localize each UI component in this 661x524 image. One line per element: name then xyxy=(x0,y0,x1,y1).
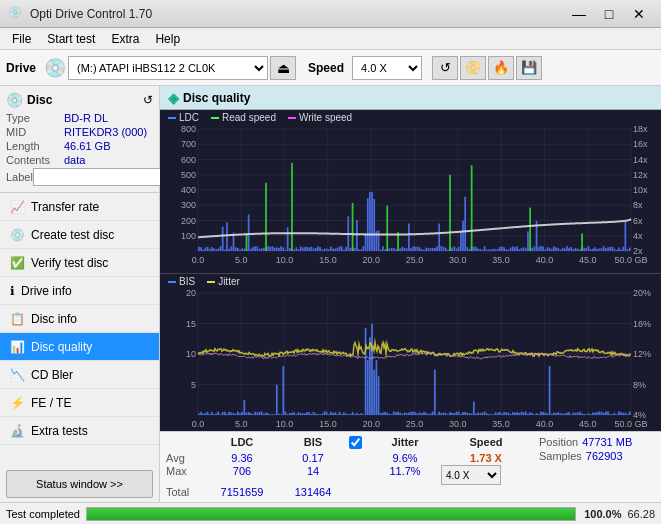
sidebar-item-cd-bler[interactable]: 📉 CD Bler xyxy=(0,361,159,389)
status-text: Test completed xyxy=(6,508,80,520)
stats-avg-bis: 0.17 xyxy=(278,452,348,464)
disc-length-label: Length xyxy=(6,140,64,152)
bis-legend-label: BIS xyxy=(179,276,195,287)
charts-area: LDC Read speed Write speed BIS Jitter xyxy=(160,110,661,431)
app-icon: 💿 xyxy=(8,6,24,22)
sidebar: 💿 Disc ↺ Type BD-R DL MID RITEKDR3 (000)… xyxy=(0,86,160,502)
window-controls: — □ ✕ xyxy=(565,4,653,24)
disc-refresh-button[interactable]: ↺ xyxy=(143,93,153,107)
statusbar: Test completed 100.0% 66.28 xyxy=(0,502,661,524)
progress-fill xyxy=(87,508,575,520)
status-gb: 66.28 xyxy=(627,508,655,520)
stats-avg-empty xyxy=(349,452,369,464)
disc-quality-icon: 📊 xyxy=(10,340,25,354)
disc-type-label: Type xyxy=(6,112,64,124)
save-button[interactable]: 💾 xyxy=(516,56,542,80)
create-test-disc-label: Create test disc xyxy=(31,228,114,242)
drive-info-label: Drive info xyxy=(21,284,72,298)
chart1-container: LDC Read speed Write speed xyxy=(160,110,661,274)
disc-label-input[interactable] xyxy=(33,168,166,186)
panel-header: ◈ Disc quality xyxy=(160,86,661,110)
stats-bis-header: BIS xyxy=(278,436,348,451)
disc-mid-label: MID xyxy=(6,126,64,138)
disc-panel: 💿 Disc ↺ Type BD-R DL MID RITEKDR3 (000)… xyxy=(0,86,159,193)
chart1-canvas xyxy=(160,125,661,273)
close-button[interactable]: ✕ xyxy=(625,4,653,24)
chart1-legend: LDC Read speed Write speed xyxy=(160,110,661,125)
panel-header-icon: ◈ xyxy=(168,90,179,106)
disc-label-key: Label xyxy=(6,171,33,183)
stats-speed-select-container: 4.0 X xyxy=(441,465,531,485)
disc-mid-value: RITEKDR3 (000) xyxy=(64,126,147,138)
position-samples-panel: Position 47731 MB Samples 762903 xyxy=(539,436,661,462)
minimize-button[interactable]: — xyxy=(565,4,593,24)
sidebar-item-verify-test-disc[interactable]: ✅ Verify test disc xyxy=(0,249,159,277)
menu-extra[interactable]: Extra xyxy=(103,30,147,48)
position-row: Position 47731 MB xyxy=(539,436,661,448)
disc-type-row: Type BD-R DL xyxy=(6,112,153,124)
stats-max-empty xyxy=(349,465,369,485)
create-test-disc-icon: 💿 xyxy=(10,228,25,242)
stats-check-col xyxy=(349,436,369,451)
stats-max-label: Max xyxy=(166,465,206,485)
stats-avg-label: Avg xyxy=(166,452,206,464)
media-button[interactable]: 📀 xyxy=(460,56,486,80)
stats-max-bis: 14 xyxy=(278,465,348,485)
disc-quality-label: Disc quality xyxy=(31,340,92,354)
stats-total-label: Total xyxy=(166,486,206,498)
eject-button[interactable]: ⏏ xyxy=(270,56,296,80)
menu-starttest[interactable]: Start test xyxy=(39,30,103,48)
burn-button[interactable]: 🔥 xyxy=(488,56,514,80)
speed-label: Speed xyxy=(308,61,344,75)
drive-info-icon: ℹ xyxy=(10,284,15,298)
ldc-legend-dot xyxy=(168,117,176,119)
jitter-checkbox[interactable] xyxy=(349,436,362,449)
chart2-container: BIS Jitter xyxy=(160,274,661,431)
stats-table: LDC BIS Jitter Speed Avg 9.36 0.17 9.6% … xyxy=(166,436,531,498)
stats-avg-jitter: 9.6% xyxy=(370,452,440,464)
position-label: Position xyxy=(539,436,578,448)
stats-jitter-header: Jitter xyxy=(370,436,440,451)
disc-panel-title: Disc xyxy=(27,93,52,107)
stats-total-jitter-empty xyxy=(370,486,440,498)
fe-te-label: FE / TE xyxy=(31,396,71,410)
sidebar-item-extra-tests[interactable]: 🔬 Extra tests xyxy=(0,417,159,445)
disc-contents-label: Contents xyxy=(6,154,64,166)
toolbar: Drive 💿 (M:) ATAPI iHBS112 2 CL0K ⏏ Spee… xyxy=(0,50,661,86)
maximize-button[interactable]: □ xyxy=(595,4,623,24)
sidebar-item-fe-te[interactable]: ⚡ FE / TE xyxy=(0,389,159,417)
sidebar-item-disc-info[interactable]: 📋 Disc info xyxy=(0,305,159,333)
content-area: ◈ Disc quality LDC Read speed Write spee… xyxy=(160,86,661,502)
disc-contents-value: data xyxy=(64,154,85,166)
progress-bar xyxy=(86,507,576,521)
stats-max-ldc: 706 xyxy=(207,465,277,485)
transfer-rate-icon: 📈 xyxy=(10,200,25,214)
drive-select[interactable]: (M:) ATAPI iHBS112 2 CL0K xyxy=(68,56,268,80)
sidebar-item-disc-quality[interactable]: 📊 Disc quality xyxy=(0,333,159,361)
disc-type-value: BD-R DL xyxy=(64,112,108,124)
bis-legend-dot xyxy=(168,281,176,283)
read-legend-dot xyxy=(211,117,219,119)
status-window-button[interactable]: Status window >> xyxy=(6,470,153,498)
sidebar-item-transfer-rate[interactable]: 📈 Transfer rate xyxy=(0,193,159,221)
menubar: File Start test Extra Help xyxy=(0,28,661,50)
stats-total-ldc: 7151659 xyxy=(207,486,277,498)
speed-select[interactable]: 4.0 X 2.0 X 8.0 X xyxy=(352,56,422,80)
extra-tests-label: Extra tests xyxy=(31,424,88,438)
sidebar-item-drive-info[interactable]: ℹ Drive info xyxy=(0,277,159,305)
write-legend-dot xyxy=(288,117,296,119)
sidebar-item-create-test-disc[interactable]: 💿 Create test disc xyxy=(0,221,159,249)
main-layout: 💿 Disc ↺ Type BD-R DL MID RITEKDR3 (000)… xyxy=(0,86,661,502)
menu-help[interactable]: Help xyxy=(147,30,188,48)
samples-row: Samples 762903 xyxy=(539,450,661,462)
menu-file[interactable]: File xyxy=(4,30,39,48)
refresh-button[interactable]: ↺ xyxy=(432,56,458,80)
ldc-legend-label: LDC xyxy=(179,112,199,123)
verify-test-disc-icon: ✅ xyxy=(10,256,25,270)
stats-empty-header xyxy=(166,436,206,451)
stats-area: LDC BIS Jitter Speed Avg 9.36 0.17 9.6% … xyxy=(160,431,661,502)
chart2-canvas xyxy=(160,289,661,431)
drive-icon: 💿 xyxy=(44,57,66,79)
cd-bler-label: CD Bler xyxy=(31,368,73,382)
stats-speed-select[interactable]: 4.0 X xyxy=(441,465,501,485)
